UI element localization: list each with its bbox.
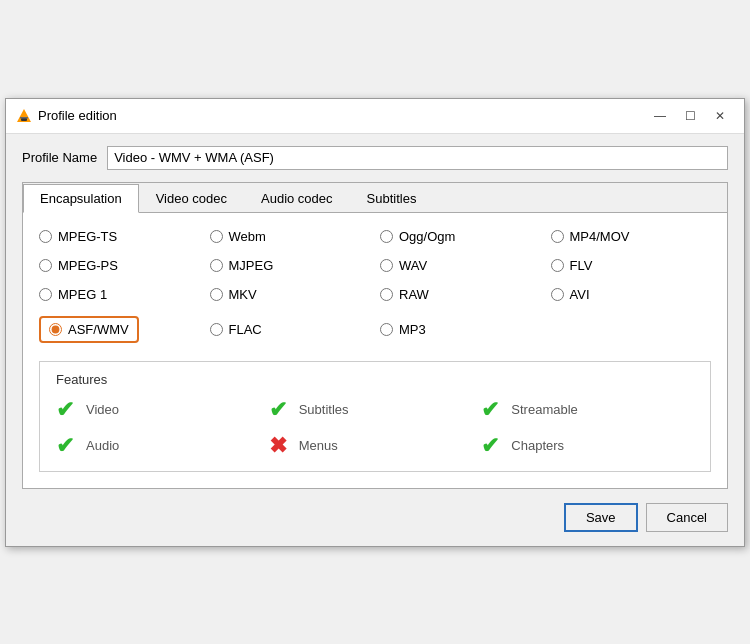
radio-mpeg1[interactable] [39,288,52,301]
format-webm[interactable]: Webm [210,229,371,244]
format-mjpeg[interactable]: MJPEG [210,258,371,273]
title-bar-controls: — ☐ ✕ [646,105,734,127]
radio-avi[interactable] [551,288,564,301]
radio-raw[interactable] [380,288,393,301]
radio-webm[interactable] [210,230,223,243]
features-section: Features ✔ Video ✔ Subtitles ✔ Streamab [39,361,711,472]
tab-bar: Encapsulation Video codec Audio codec Su… [23,183,727,213]
grid-placeholder [551,316,712,343]
feature-chapters: ✔ Chapters [481,435,694,457]
radio-mpeg-ts[interactable] [39,230,52,243]
radio-ogg-ogm[interactable] [380,230,393,243]
radio-flac[interactable] [210,323,223,336]
feature-menus: ✖ Menus [269,435,482,457]
check-icon-chapters: ✔ [481,435,499,457]
vlc-icon [16,108,32,124]
radio-flv[interactable] [551,259,564,272]
radio-mp3[interactable] [380,323,393,336]
check-icon-video: ✔ [56,399,74,421]
title-bar: Profile edition — ☐ ✕ [6,99,744,134]
feature-label-subtitles: Subtitles [299,402,349,417]
format-mp4-mov[interactable]: MP4/MOV [551,229,712,244]
encapsulation-tab-content: MPEG-TS Webm Ogg/Ogm MP4/MOV MPEG-PS [23,213,727,488]
save-button[interactable]: Save [564,503,638,532]
title-bar-left: Profile edition [16,108,117,124]
feature-label-menus: Menus [299,438,338,453]
features-grid: ✔ Video ✔ Subtitles ✔ Streamable ✔ [56,399,694,457]
check-icon-audio: ✔ [56,435,74,457]
main-window: Profile edition — ☐ ✕ Profile Name Encap… [5,98,745,547]
format-asf-wmv[interactable]: ASF/WMV [39,316,139,343]
radio-mp4-mov[interactable] [551,230,564,243]
profile-name-input[interactable] [107,146,728,170]
window-title: Profile edition [38,108,117,123]
features-title: Features [56,372,694,387]
format-radio-grid: MPEG-TS Webm Ogg/Ogm MP4/MOV MPEG-PS [39,229,711,343]
radio-mpeg-ps[interactable] [39,259,52,272]
format-mpeg1[interactable]: MPEG 1 [39,287,200,302]
radio-mjpeg[interactable] [210,259,223,272]
cross-icon-menus: ✖ [269,435,287,457]
window-body: Profile Name Encapsulation Video codec A… [6,134,744,546]
format-ogg-ogm[interactable]: Ogg/Ogm [380,229,541,244]
profile-name-label: Profile Name [22,150,97,165]
profile-name-row: Profile Name [22,146,728,170]
check-icon-streamable: ✔ [481,399,499,421]
feature-label-streamable: Streamable [511,402,577,417]
feature-label-chapters: Chapters [511,438,564,453]
format-mp3[interactable]: MP3 [380,316,541,343]
bottom-buttons: Save Cancel [22,503,728,532]
radio-mkv[interactable] [210,288,223,301]
radio-wav[interactable] [380,259,393,272]
cancel-button[interactable]: Cancel [646,503,728,532]
format-raw[interactable]: RAW [380,287,541,302]
format-mkv[interactable]: MKV [210,287,371,302]
check-icon-subtitles: ✔ [269,399,287,421]
tab-video-codec[interactable]: Video codec [139,184,244,213]
format-mpeg-ps[interactable]: MPEG-PS [39,258,200,273]
format-flac[interactable]: FLAC [210,316,371,343]
feature-label-audio: Audio [86,438,119,453]
feature-streamable: ✔ Streamable [481,399,694,421]
tab-audio-codec[interactable]: Audio codec [244,184,350,213]
radio-asf-wmv[interactable] [49,323,62,336]
feature-audio: ✔ Audio [56,435,269,457]
format-mpeg-ts[interactable]: MPEG-TS [39,229,200,244]
format-avi[interactable]: AVI [551,287,712,302]
feature-video: ✔ Video [56,399,269,421]
tab-subtitles[interactable]: Subtitles [350,184,434,213]
tabs-container: Encapsulation Video codec Audio codec Su… [22,182,728,489]
feature-label-video: Video [86,402,119,417]
format-wav[interactable]: WAV [380,258,541,273]
maximize-button[interactable]: ☐ [676,105,704,127]
close-button[interactable]: ✕ [706,105,734,127]
format-flv[interactable]: FLV [551,258,712,273]
svg-rect-2 [20,117,28,119]
tab-encapsulation[interactable]: Encapsulation [23,184,139,213]
feature-subtitles: ✔ Subtitles [269,399,482,421]
minimize-button[interactable]: — [646,105,674,127]
